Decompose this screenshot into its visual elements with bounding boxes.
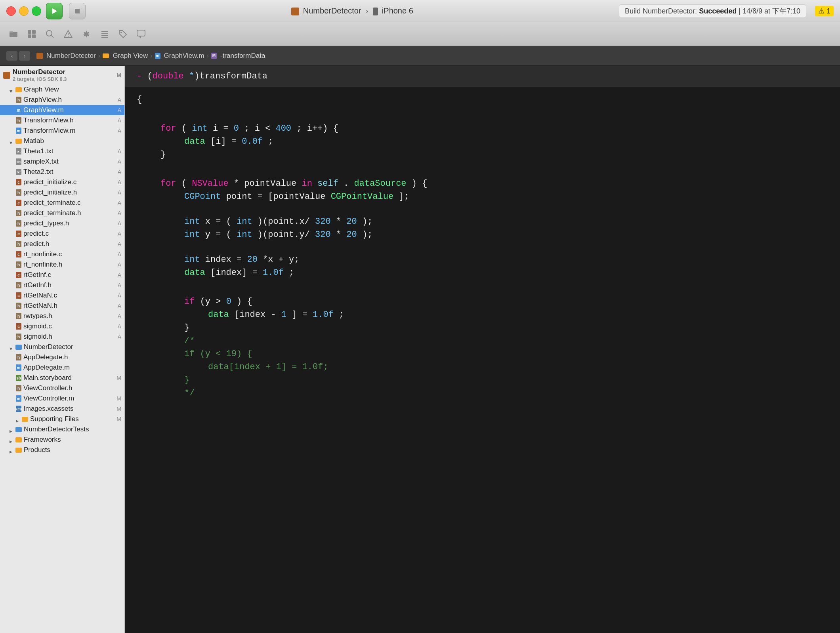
breadcrumb-project[interactable]: NumberDetector (36, 52, 96, 60)
grid-toolbar-btn[interactable] (25, 27, 39, 41)
stop-button[interactable] (69, 3, 86, 19)
sidebar-item-appdelegate-h[interactable]: h AppDelegate.h (0, 352, 124, 362)
method-paren-open: ( (147, 71, 152, 81)
play-button[interactable] (46, 3, 63, 19)
badge-ph: A (118, 241, 121, 247)
sidebar-item-rt-nonfinite-c[interactable]: c rt_nonfinite.c A (0, 249, 124, 259)
code-editor[interactable]: - (double *)transformData { for ( int i … (125, 66, 840, 633)
kw-int-cast-y: int (237, 230, 252, 240)
sidebar-item-predict-init-c[interactable]: c predict_initialize.c A (0, 177, 124, 187)
comment-close-if2: } (184, 375, 189, 385)
folder-toolbar-btn[interactable] (6, 27, 21, 41)
build-result: Succeeded (699, 7, 737, 15)
sidebar-item-predict-types[interactable]: h predict_types.h A (0, 218, 124, 229)
sidebar-item-samplex[interactable]: txt sampleX.txt A (0, 156, 124, 167)
sidebar-item-predict-h[interactable]: h predict.h A (0, 239, 124, 249)
dataminus1-bracket: [index - (234, 310, 281, 320)
code-line-index: int index = 20 *x + y; (137, 253, 828, 266)
warning-badge[interactable]: ⚠ 1 (815, 6, 834, 16)
sidebar-label-appdelegate-h: AppDelegate.h (23, 353, 68, 361)
sidebar-item-predict-term-c[interactable]: c predict_terminate.c A (0, 198, 124, 208)
spacer1 (137, 106, 828, 122)
sidebar-item-transformviewm[interactable]: m TransformView.m A (0, 126, 124, 136)
sidebar-item-matlab-folder[interactable]: Matlab (0, 136, 124, 146)
badge-theta2: A (118, 169, 121, 175)
folder-icon-matlab (15, 139, 22, 144)
svg-rect-4 (28, 30, 31, 34)
file-icon-rtnh: h (16, 261, 21, 268)
project-subtitle: 2 targets, iOS SDK 8.3 (13, 76, 67, 82)
sidebar-item-mainstoryboard[interactable]: sb Main.storyboard M (0, 373, 124, 383)
data1-semi: ; (268, 137, 273, 147)
close-if2-content: } (184, 374, 189, 387)
sidebar-item-theta1[interactable]: txt Theta1.txt A (0, 146, 124, 156)
file-icon-rgic: c (16, 272, 21, 278)
sidebar-item-transformviewh[interactable]: h TransformView.h A (0, 115, 124, 126)
sidebar-item-numberdetector-folder[interactable]: NumberDetector (0, 342, 124, 352)
sidebar-item-sigmoid-h[interactable]: h sigmoid.h A (0, 332, 124, 342)
sidebar-item-rt-nonfinite-h[interactable]: h rt_nonfinite.h A (0, 259, 124, 270)
svg-point-8 (46, 31, 52, 36)
sidebar-item-rtgetnan-h[interactable]: h rtGetNaN.h A (0, 301, 124, 311)
svg-rect-17 (101, 37, 108, 38)
list-toolbar-btn[interactable] (97, 27, 112, 41)
sidebar-item-supporting-files[interactable]: Supporting Files M (0, 414, 124, 424)
breadcrumb-file[interactable]: m GraphView.m (155, 52, 204, 60)
sidebar-item-predict-init-h[interactable]: h predict_initialize.h A (0, 187, 124, 198)
search-toolbar-btn[interactable] (43, 27, 57, 41)
for1-paren: ( (181, 124, 187, 133)
sidebar-item-images-xcassets[interactable]: xca Images.xcassets M (0, 404, 124, 414)
sidebar-item-predict-term-h[interactable]: h predict_terminate.h A (0, 208, 124, 218)
sidebar-item-graphview-folder[interactable]: Graph View (0, 84, 124, 95)
titlebar-center: NumberDetector › iPhone 6 (90, 6, 614, 15)
badge-sigc: A (118, 323, 121, 330)
breadcrumb-forward[interactable]: › (19, 51, 30, 61)
minimize-button[interactable] (19, 6, 29, 16)
sidebar-label-matlab: Matlab (24, 137, 44, 145)
intx-320: 320 (315, 217, 331, 227)
app-project-icon (291, 8, 299, 15)
breadcrumb-back[interactable]: ‹ (6, 51, 17, 61)
sidebar-item-frameworks[interactable]: Frameworks (0, 435, 124, 445)
maximize-button[interactable] (32, 6, 41, 16)
breadcrumb-folder[interactable]: Graph View (103, 52, 148, 60)
badge-tvh: A (118, 117, 121, 124)
sidebar-item-rtgetnan-c[interactable]: c rtGetNaN.c A (0, 290, 124, 301)
sidebar-item-products[interactable]: Products (0, 445, 124, 455)
kw-data-index: data (184, 268, 205, 278)
code-line-intx: int x = ( int )(point.x/ 320 * 20 ); (137, 215, 828, 228)
traffic-lights[interactable] (6, 6, 41, 16)
sidebar-item-rtgetinf-c[interactable]: c rtGetInf.c A (0, 270, 124, 280)
sidebar-item-viewcontroller-h[interactable]: h ViewController.h (0, 383, 124, 393)
sidebar-item-theta2[interactable]: txt Theta2.txt A (0, 167, 124, 177)
folder-icon-prod (15, 448, 22, 453)
sidebar-item-sigmoid-c[interactable]: c sigmoid.c A (0, 321, 124, 332)
breadcrumb-nav[interactable]: ‹ › (6, 51, 30, 61)
sidebar-item-rwtypes[interactable]: h rwtypes.h A (0, 311, 124, 321)
cgpoint-content: CGPoint point = [pointValue CGPointValue… (184, 190, 409, 203)
svg-rect-19 (137, 30, 145, 36)
code-line-comment-open: /* (137, 334, 828, 347)
chat-toolbar-btn[interactable] (134, 27, 148, 41)
inty-content: int y = ( int )(point.y/ 320 * 20 ); (184, 228, 372, 241)
sidebar-item-rtgetinf-h[interactable]: h rtGetInf.h A (0, 280, 124, 290)
close-button[interactable] (6, 6, 16, 16)
file-icon-rtnc: c (16, 251, 21, 257)
sidebar[interactable]: NumberDetector 2 targets, iOS SDK 8.3 M … (0, 66, 125, 633)
sidebar-item-ndtests[interactable]: NumberDetectorTests (0, 424, 124, 435)
sidebar-item-predict-c[interactable]: c predict.c A (0, 229, 124, 239)
sidebar-label-predict-term-c: predict_terminate.c (23, 199, 81, 207)
sidebar-project-header[interactable]: NumberDetector 2 targets, iOS SDK 8.3 M (0, 66, 124, 84)
if1-close: ) { (237, 297, 252, 307)
inty-var: y = ( (205, 230, 231, 240)
sidebar-item-graphviewh[interactable]: h GraphView.h A (0, 95, 124, 105)
file-icon-tvh: h (16, 117, 21, 124)
warning-toolbar-btn[interactable] (61, 27, 75, 41)
settings-toolbar-btn[interactable] (79, 27, 94, 41)
sidebar-item-viewcontroller-m[interactable]: m ViewController.m M (0, 393, 124, 404)
sidebar-item-graphviewm[interactable]: m GraphView.m A (0, 105, 124, 115)
file-icon-theta1: txt (16, 148, 21, 154)
breadcrumb-method[interactable]: M -transformData (211, 52, 265, 60)
tag-toolbar-btn[interactable] (116, 27, 130, 41)
sidebar-item-appdelegate-m[interactable]: m AppDelegate.m (0, 362, 124, 373)
